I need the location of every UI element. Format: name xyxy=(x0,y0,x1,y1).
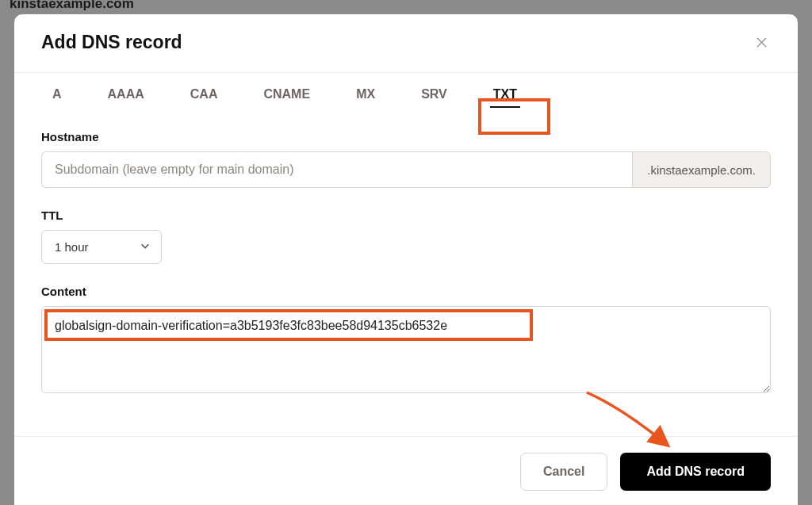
tab-a[interactable]: A xyxy=(52,87,62,105)
cancel-button[interactable]: Cancel xyxy=(520,453,607,491)
backdrop-domain-text: kinstaexample.com xyxy=(10,0,134,12)
tab-txt[interactable]: TXT xyxy=(493,87,517,105)
tab-srv[interactable]: SRV xyxy=(421,87,447,105)
ttl-select[interactable]: 1 hour xyxy=(41,230,162,264)
modal-footer: Cancel Add DNS record xyxy=(14,436,798,505)
content-textarea-wrap xyxy=(41,306,771,396)
hostname-label: Hostname xyxy=(41,130,771,143)
hostname-suffix: .kinstaexample.com. xyxy=(632,151,771,188)
content-textarea[interactable] xyxy=(41,306,771,393)
modal-body: Hostname .kinstaexample.com. TTL 1 hour … xyxy=(14,117,798,425)
content-label: Content xyxy=(41,285,771,298)
tab-mx[interactable]: MX xyxy=(356,87,375,105)
close-icon xyxy=(756,36,768,48)
ttl-label: TTL xyxy=(41,209,771,222)
dns-record-modal: Add DNS record A AAAA CAA CNAME MX SRV T… xyxy=(14,14,798,505)
tab-aaaa[interactable]: AAAA xyxy=(108,87,144,105)
record-type-tabs: A AAAA CAA CNAME MX SRV TXT xyxy=(14,73,798,117)
field-ttl: TTL 1 hour xyxy=(41,209,771,264)
close-button[interactable] xyxy=(752,33,771,52)
hostname-input[interactable] xyxy=(41,151,632,188)
field-content: Content xyxy=(41,285,771,396)
hostname-input-row: .kinstaexample.com. xyxy=(41,151,771,188)
tab-caa[interactable]: CAA xyxy=(190,87,218,105)
ttl-select-wrap: 1 hour xyxy=(41,230,162,264)
modal-header: Add DNS record xyxy=(14,14,798,72)
tab-cname[interactable]: CNAME xyxy=(263,87,310,105)
modal-title: Add DNS record xyxy=(41,32,182,53)
field-hostname: Hostname .kinstaexample.com. xyxy=(41,130,771,188)
submit-button[interactable]: Add DNS record xyxy=(620,453,771,491)
